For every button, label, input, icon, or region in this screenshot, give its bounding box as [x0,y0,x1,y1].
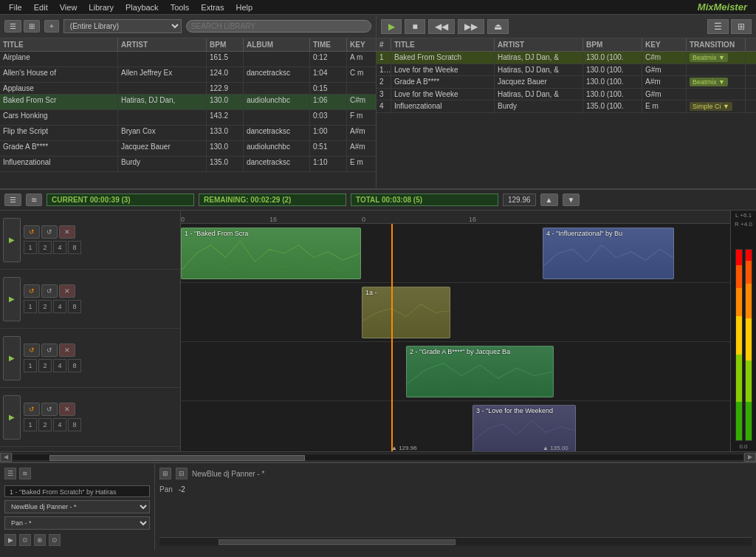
bottom-plugin-dropdown-1[interactable]: NewBlue dj Panner - * [4,500,150,513]
library-row[interactable]: Grade A B**** Jacquez Bauer 130.0 audiol… [0,141,376,157]
timeline-track-2[interactable]: 1a - [181,283,730,342]
bl-wave-icon[interactable]: ≋ [19,468,31,479]
play-button[interactable]: ▶ [381,19,402,34]
stop-button[interactable]: ■ [405,19,425,34]
vu-value: 0.0 [739,443,747,450]
library-row[interactable]: Flip the Script Bryan Cox 133.0 dancetra… [0,126,376,141]
tl-wave-btn[interactable]: ≋ [26,194,42,206]
scroll-left-arrow[interactable]: ◀ [0,453,12,462]
track-4-num-8[interactable]: 8 [68,418,81,431]
ruler-16a: 16 [269,216,277,223]
rewind-button[interactable]: ◀◀ [428,19,455,34]
track-3-loop-btn[interactable]: ↺ [24,344,40,357]
lib-cell-title: Influenzational [0,157,118,171]
menu-library[interactable]: Library [83,1,120,13]
menu-extras[interactable]: Extras [195,1,230,13]
track-2-num-1[interactable]: 1 [24,300,37,313]
forward-button[interactable]: ▶▶ [458,19,484,34]
scroll-right-arrow[interactable]: ▶ [744,453,756,462]
track-1-num-8[interactable]: 8 [68,241,81,254]
bottom-plugin-dropdown-2[interactable]: Pan - * [4,516,150,530]
track-4-cue-btn[interactable]: ↺ [41,403,58,416]
bpm-down-btn[interactable]: ▼ [563,194,580,206]
timeline-track-4[interactable]: 3 - "Love for the Weekend [181,401,730,451]
eject-button[interactable]: ⏏ [487,19,509,34]
track-block-1b[interactable]: 4 - "Influenzational" by Bu [543,228,674,279]
bl-next-icon[interactable]: ⊙ [49,534,61,546]
track-3-num-2[interactable]: 2 [38,359,52,372]
library-row[interactable]: Applause 122.9 0:15 [0,83,376,95]
track-1-cue-btn[interactable]: ↺ [41,225,58,239]
playlist-row[interactable]: 2 Grade A B**** Jacquez Bauer 130.0 (100… [377,76,756,89]
pl-cell-bpm: 130.0 (100. [583,89,642,100]
br-icon-2[interactable]: ⊟ [176,468,188,479]
bpm-display: 129.96 [503,194,536,206]
track-block-2[interactable]: 1a - [362,287,450,338]
track-1-close-btn[interactable]: ✕ [59,225,75,239]
track-1-num-1[interactable]: 1 [24,241,37,254]
tl-list-btn[interactable]: ☰ [4,194,21,206]
track-2-close-btn[interactable]: ✕ [59,284,75,298]
track-2-num-4[interactable]: 4 [53,300,66,313]
track-3-num-4[interactable]: 4 [53,359,66,372]
pl-col-btn[interactable]: ⊞ [731,19,752,34]
track-2-num-2[interactable]: 2 [38,300,52,313]
track-2-loop-btn[interactable]: ↺ [24,284,40,298]
library-row[interactable]: Cars Honking 143.2 0:03 F m 8 [0,110,376,126]
track-1-num-2[interactable]: 2 [38,241,52,254]
playlist-row[interactable]: 1a Love for the Weeke Hatiras, DJ Dan, &… [377,64,756,76]
library-filter-dropdown[interactable]: (Entire Library) [63,19,182,33]
track-3-num-1[interactable]: 1 [24,359,37,372]
pl-header-title: TITLE [391,38,495,51]
track-3-num-8[interactable]: 8 [68,359,81,372]
scroll-track[interactable] [12,454,744,461]
bl-stop-icon[interactable]: ⊙ [19,534,31,546]
track-4-num-1[interactable]: 1 [24,418,37,431]
pl-header-artist: ARTIST [495,38,583,51]
track-1-num-4[interactable]: 4 [53,241,66,254]
library-row[interactable]: Airplane 161.5 0:12 A m 1 [0,52,376,67]
bl-list-icon[interactable]: ☰ [4,468,16,479]
track-4-close-btn[interactable]: ✕ [59,403,75,416]
track-4-num-2[interactable]: 2 [38,418,52,431]
menu-view[interactable]: View [54,1,83,13]
playlist-row[interactable]: 4 Influenzational Burdy 135.0 (100. E m … [377,100,756,113]
bl-prev-icon[interactable]: ⊕ [34,534,46,546]
pan-label: Pan [159,485,173,493]
pl-view-btn[interactable]: ☰ [707,19,729,34]
track-2-num-8[interactable]: 8 [68,300,81,313]
menu-edit[interactable]: Edit [28,1,54,13]
grid-view-button[interactable]: ⊞ [24,20,40,33]
track-block-1a[interactable]: 1 - "Baked From Scra [181,228,361,279]
library-row[interactable]: Influenzational Burdy 135.0 dancetracksc… [0,157,376,172]
track-4-num-4[interactable]: 4 [53,418,66,431]
library-row[interactable]: Baked From Scr Hatiras, DJ Dan, 130.0 au… [0,95,376,110]
track-1-loop-btn[interactable]: ↺ [24,225,40,239]
search-input[interactable] [186,20,371,33]
bl-play-icon[interactable]: ▶ [4,534,16,546]
timeline-track-1[interactable]: 1 - "Baked From Scra 4 - "Influenzationa… [181,224,730,283]
menu-help[interactable]: Help [230,1,259,13]
menu-file[interactable]: File [3,1,28,13]
track-3-close-btn[interactable]: ✕ [59,344,75,357]
bottom-scrollbar[interactable] [159,537,752,546]
timeline-track-3[interactable]: 2 - "Grade A B****" by Jacquez Ba [181,342,730,401]
track-4-loop-btn[interactable]: ↺ [24,403,40,416]
menu-playback[interactable]: Playback [120,1,165,13]
track-block-3[interactable]: 2 - "Grade A B****" by Jacquez Ba [406,346,554,397]
pan-control: Pan -2 [159,482,752,496]
timeline-scrollbar[interactable]: ◀ ▶ [0,451,756,462]
br-icon-1[interactable]: ⊞ [159,468,171,479]
add-track-button[interactable]: + [44,20,59,33]
bpm-up-btn[interactable]: ▲ [540,194,558,206]
playlist-row[interactable]: 1 Baked From Scratch Hatiras, DJ Dan, & … [377,52,756,64]
track-3-cue-btn[interactable]: ↺ [41,344,58,357]
library-row[interactable]: Allen's House of Allen Jeffrey Ex 124.0 … [0,67,376,83]
playlist-row[interactable]: 3 Love for the Weeke Hatiras, DJ Dan, & … [377,89,756,100]
bottom-scroll-thumb[interactable] [219,539,456,545]
menu-tools[interactable]: Tools [165,1,196,13]
list-view-button[interactable]: ☰ [4,20,21,33]
track-2-cue-btn[interactable]: ↺ [41,284,58,298]
ruler-16b: 16 [469,216,476,223]
scroll-thumb[interactable] [49,455,306,461]
